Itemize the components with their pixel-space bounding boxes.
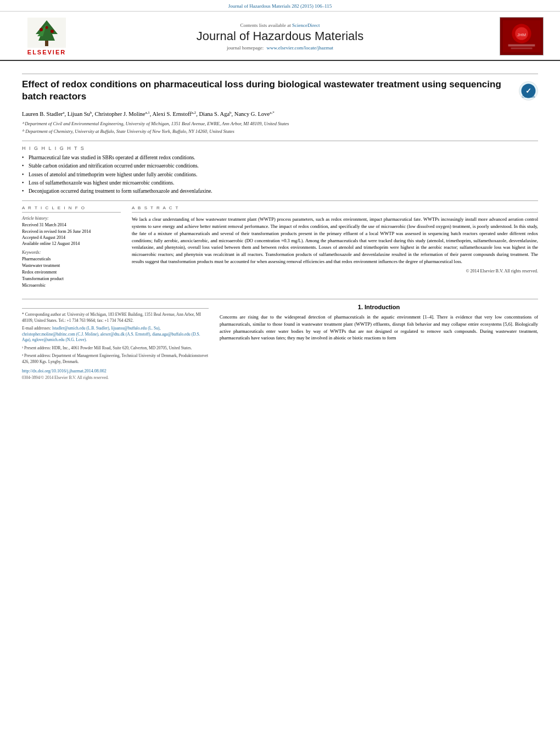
contents-text: Contents lists available at <box>240 23 291 28</box>
svg-text:✓: ✓ <box>525 87 531 95</box>
highlight-item-5: Deconjugation occurred during treatment … <box>22 187 538 195</box>
svg-rect-11 <box>508 44 535 47</box>
section-divider-3 <box>22 299 538 299</box>
highlight-item-2: Stable carbon oxidation and nitrificatio… <box>22 162 538 170</box>
copyright-line: © 2014 Elsevier B.V. All rights reserved… <box>132 269 538 274</box>
journal-header: ELSEVIER Contents lists available at Sci… <box>0 12 560 61</box>
journal-thumbnail-block: JHM <box>483 17 544 55</box>
highlight-item-4: Loss of sulfamethoxazole was highest und… <box>22 179 538 187</box>
homepage-url[interactable]: www.elsevier.com/locate/jhazmat <box>267 45 333 51</box>
affiliation-b: ᵇ Department of Chemistry, University at… <box>22 129 538 135</box>
journal-title-block: Contents lists available at ScienceDirec… <box>77 23 483 51</box>
svg-rect-1 <box>45 41 48 46</box>
keyword-3: Redox environment <box>22 269 121 276</box>
intro-heading: 1. Introduction <box>220 304 538 310</box>
elsevier-brand-text: ELSEVIER <box>27 49 66 55</box>
svg-point-6 <box>46 26 48 29</box>
svg-text:JHM: JHM <box>517 32 526 37</box>
keyword-2: Wastewater treatment <box>22 263 121 269</box>
homepage-label: journal homepage: <box>227 45 264 51</box>
keyword-1: Pharmaceuticals <box>22 256 121 263</box>
abstract-column: A B S T R A C T We lack a clear understa… <box>132 205 538 292</box>
email-block: E-mail addresses: lstadler@umich.edu (L.… <box>22 326 209 343</box>
received-date: Received 31 March 2014 <box>22 222 121 228</box>
introduction-column: 1. Introduction Concerns are rising due … <box>220 304 538 381</box>
article-history-block: Article history: Received 31 March 2014 … <box>22 216 121 247</box>
elsevier-tree-icon <box>27 18 66 48</box>
abstract-heading: A B S T R A C T <box>132 205 538 213</box>
journal-reference-bar: Journal of Hazardous Materials 282 (2015… <box>0 0 560 12</box>
section-divider-2 <box>22 200 538 201</box>
intro-section: * Corresponding author at: University of… <box>22 304 538 381</box>
svg-text:CrossMark: CrossMark <box>522 95 535 98</box>
highlight-item-3: Losses of atenolol and trimethoprim were… <box>22 171 538 178</box>
article-title: Effect of redox conditions on pharmaceut… <box>22 79 511 103</box>
article-title-section: Effect of redox conditions on pharmaceut… <box>22 79 538 105</box>
article-info-heading: A R T I C L E I N F O <box>22 205 121 213</box>
footnotes-column: * Corresponding author at: University of… <box>22 304 209 381</box>
highlights-list: Pharmaceutical fate was studied in SBRs … <box>22 154 538 195</box>
available-date: Available online 12 August 2014 <box>22 241 121 247</box>
highlights-heading: H I G H L I G H T S <box>22 146 538 151</box>
highlights-section: H I G H L I G H T S Pharmaceutical fate … <box>22 146 538 195</box>
svg-rect-12 <box>511 47 533 49</box>
email-label: E-mail addresses: <box>22 326 51 331</box>
revised-date: Received in revised form 26 June 2014 <box>22 228 121 235</box>
intro-text: Concerns are rising due to the widesprea… <box>220 314 538 342</box>
svg-point-4 <box>40 28 43 31</box>
authors-line: Lauren B. Stadlera, Lijuan Sub, Christop… <box>22 109 538 118</box>
journal-name: Journal of Hazardous Materials <box>77 29 483 43</box>
journal-reference: Journal of Hazardous Materials 282 (2015… <box>228 3 332 9</box>
author-list: Lauren B. Stadlera, Lijuan Sub, Christop… <box>22 111 275 117</box>
article-content: Effect of redox conditions on pharmaceut… <box>0 61 560 387</box>
affiliation-a: ᵃ Department of Civil and Environmental … <box>22 121 538 127</box>
keyword-5: Microaerobic <box>22 282 121 289</box>
doi-link[interactable]: http://dx.doi.org/10.1016/j.jhazmat.2014… <box>22 369 107 373</box>
license-line: 0304-3894/© 2014 Elsevier B.V. All right… <box>22 375 209 381</box>
contents-line: Contents lists available at ScienceDirec… <box>77 23 483 28</box>
article-history-label: Article history: <box>22 216 121 221</box>
svg-point-5 <box>51 30 54 33</box>
footnote-2: ² Present address: Department of Managem… <box>22 353 209 365</box>
corresponding-note: * Corresponding author at: University of… <box>22 312 209 323</box>
affiliations: ᵃ Department of Civil and Environmental … <box>22 121 538 135</box>
keywords-block: Keywords: Pharmaceuticals Wastewater tre… <box>22 250 121 289</box>
header-divider <box>22 74 538 74</box>
footnote-1: ¹ Present address: HDR, Inc., 4061 Powde… <box>22 345 209 352</box>
sciencedirect-link[interactable]: ScienceDirect <box>292 23 320 28</box>
keyword-4: Transformation product <box>22 276 121 282</box>
elsevier-logo-block: ELSEVIER <box>16 18 77 55</box>
crossmark-icon: ✓ CrossMark <box>519 81 538 101</box>
keywords-label: Keywords: <box>22 250 121 255</box>
journal-homepage-line: journal homepage: www.elsevier.com/locat… <box>77 45 483 51</box>
info-abstract-section: A R T I C L E I N F O Article history: R… <box>22 205 538 292</box>
abstract-text: We lack a clear understanding of how was… <box>132 216 538 265</box>
footnotes-block: * Corresponding author at: University of… <box>22 308 209 381</box>
cover-art-icon: JHM <box>500 17 543 55</box>
section-divider-1 <box>22 141 538 141</box>
article-info-column: A R T I C L E I N F O Article history: R… <box>22 205 121 292</box>
doi-line: http://dx.doi.org/10.1016/j.jhazmat.2014… <box>22 368 209 374</box>
highlight-item-1: Pharmaceutical fate was studied in SBRs … <box>22 154 538 161</box>
nancy-author: Nancy <box>234 111 249 117</box>
page: Journal of Hazardous Materials 282 (2015… <box>0 0 560 742</box>
journal-cover-thumbnail: JHM <box>500 17 544 55</box>
crossmark-logo: ✓ CrossMark <box>519 81 538 101</box>
accepted-date: Accepted 4 August 2014 <box>22 235 121 241</box>
elsevier-logo: ELSEVIER <box>16 18 77 55</box>
